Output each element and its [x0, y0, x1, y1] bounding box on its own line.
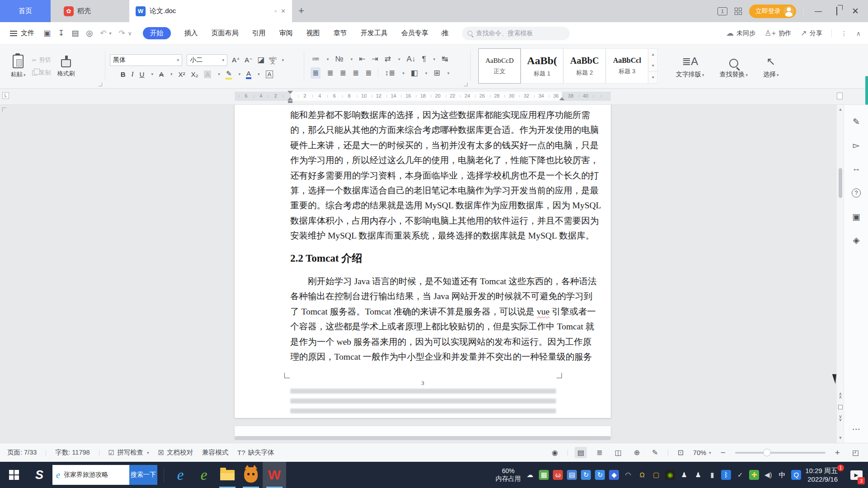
- tabs-overflow-icon[interactable]: ›: [441, 29, 443, 38]
- eye-protect-icon[interactable]: ◉: [549, 447, 561, 458]
- font-size-select[interactable]: 小二▾: [187, 54, 227, 66]
- sync-drive-icon[interactable]: ↻: [581, 470, 591, 480]
- ie-taskbar-icon[interactable]: e: [169, 462, 192, 488]
- 标题 3[interactable]: AaBbCcl 标题 3: [606, 48, 648, 84]
- format-painter-button[interactable]: 格式刷: [54, 54, 79, 80]
- line-spacing-icon[interactable]: ↕≣: [385, 68, 395, 78]
- clipboard-dialog-launcher[interactable]: [99, 83, 102, 86]
- show-marks-icon[interactable]: ¶: [422, 55, 426, 64]
- redo-icon[interactable]: ↷: [119, 28, 125, 38]
- command-search[interactable]: 查找命令、搜索模板: [462, 27, 570, 40]
- 标题 2[interactable]: AaBbC 标题 2: [563, 48, 606, 84]
- first-line-indent-marker[interactable]: [288, 91, 293, 94]
- text-layout-button[interactable]: ≣A 文字排版▾: [676, 54, 704, 79]
- close-button[interactable]: ✕: [848, 6, 863, 16]
- weather-icon[interactable]: ☁: [525, 470, 535, 480]
- ribbon-tab[interactable]: 引用: [252, 29, 266, 38]
- hanging-indent-marker[interactable]: [288, 97, 293, 100]
- spell-check-toggle[interactable]: ☑ 拼写检查▾: [108, 448, 149, 457]
- select-tool-icon[interactable]: ▻: [844, 140, 868, 150]
- 正文[interactable]: AaBbCcD 正文: [478, 48, 521, 84]
- export-icon[interactable]: ↧: [58, 28, 64, 38]
- nvidia-icon[interactable]: ◉: [665, 470, 675, 480]
- login-button[interactable]: 立即登录: [749, 5, 796, 18]
- ribbon-tab[interactable]: 章节: [334, 29, 347, 38]
- share-button[interactable]: ↗ 分享: [801, 28, 822, 38]
- ribbon-tab[interactable]: 页面布局: [212, 29, 239, 38]
- annotate-pen-icon[interactable]: ✎: [844, 117, 868, 127]
- scrollbar-thumb[interactable]: [839, 168, 842, 198]
- pet-assistant-icon[interactable]: ω: [553, 470, 563, 480]
- switch-window-icon[interactable]: 1: [717, 7, 727, 15]
- ribbon-tab[interactable]: 插入: [184, 29, 198, 38]
- tab-docer[interactable]: ✿ 稻壳: [51, 0, 104, 22]
- quickbar-more-icon[interactable]: ∨: [128, 30, 132, 37]
- web-view-icon[interactable]: ⊕: [631, 447, 642, 458]
- app-grid-icon[interactable]: [735, 8, 742, 15]
- vertical-scrollbar[interactable]: ▲ ∧∧ ∨∨ ▼: [836, 105, 844, 443]
- styles-up-icon[interactable]: ▲: [649, 49, 657, 60]
- tab-document[interactable]: W 论文.doc ▫ ✕: [129, 0, 292, 22]
- page-indicator[interactable]: 页面: 7/33: [7, 448, 37, 457]
- compat-mode-label[interactable]: 兼容模式: [202, 448, 228, 457]
- ime-icon[interactable]: 中: [777, 470, 787, 480]
- next-page-button[interactable]: ∨∨: [837, 415, 844, 421]
- ribbon-tab[interactable]: 审阅: [279, 29, 293, 38]
- undo-icon[interactable]: ↶: [100, 28, 106, 38]
- align-center-icon[interactable]: ≣: [327, 68, 333, 78]
- antivirus-icon[interactable]: ✚: [749, 470, 759, 480]
- paste-button[interactable]: 粘贴▾: [7, 53, 29, 80]
- taskbar-search-button[interactable]: 搜索一下: [129, 465, 157, 485]
- close-tab-icon[interactable]: ✕: [281, 8, 286, 14]
- fit-page-icon[interactable]: ⊡: [675, 447, 686, 458]
- zoom-out-icon[interactable]: −: [718, 446, 728, 459]
- sogou-icon[interactable]: S: [28, 462, 51, 488]
- material-icon[interactable]: ◈: [844, 235, 868, 245]
- scroll-down-icon[interactable]: ▼: [837, 436, 844, 440]
- collaborate-button[interactable]: ♙+ 协作: [764, 28, 791, 38]
- minimize-button[interactable]: —: [811, 7, 826, 15]
- zoom-in-icon[interactable]: +: [832, 446, 843, 459]
- borders-icon[interactable]: ⊞: [434, 68, 440, 78]
- char-scale-icon[interactable]: ⇄: [385, 54, 391, 64]
- page-view-icon[interactable]: ▤: [575, 447, 587, 458]
- save-icon[interactable]: ▣: [43, 28, 51, 38]
- find-replace-button[interactable]: 查找替换▾: [720, 54, 748, 79]
- increase-font-button[interactable]: A⁺: [232, 56, 240, 64]
- security-shield-icon[interactable]: ◆: [609, 470, 619, 480]
- zoom-slider-thumb[interactable]: [763, 449, 771, 456]
- right-indent-marker[interactable]: [559, 97, 565, 100]
- left-indent-marker[interactable]: [288, 101, 292, 103]
- align-right-icon[interactable]: ≣: [340, 68, 346, 78]
- cut-button[interactable]: ✂剪切: [32, 56, 51, 64]
- memory-indicator[interactable]: 60% 内存占用: [495, 467, 521, 483]
- qq-icon[interactable]: ♟: [679, 470, 689, 480]
- justify-icon[interactable]: ≣: [353, 68, 359, 78]
- bluetooth-icon[interactable]: ᛒ: [721, 470, 731, 480]
- read-view-icon[interactable]: ◫: [612, 447, 624, 458]
- decrease-indent-icon[interactable]: ⇤: [359, 54, 365, 64]
- copy-button[interactable]: 复制: [32, 69, 51, 77]
- document-page[interactable]: 能和差异都不影响数据库的选择，因为这些数据库都能实现应用程序功能所需的，那么只能…: [235, 105, 611, 418]
- distribute-icon[interactable]: ≣: [365, 68, 372, 78]
- fullscreen-icon[interactable]: ◰: [849, 447, 862, 458]
- ribbon-tab[interactable]: 开始: [143, 27, 171, 39]
- help-icon[interactable]: ?: [844, 187, 868, 197]
- battery-icon[interactable]: ▮: [707, 470, 717, 480]
- notification-center-icon[interactable]: ▶ 3: [847, 462, 865, 488]
- previous-page-button[interactable]: ∧∧: [837, 392, 844, 399]
- volume-icon[interactable]: ◀): [763, 470, 773, 480]
- outline-view-icon[interactable]: ≣: [594, 447, 605, 458]
- font-color-button[interactable]: A: [246, 70, 251, 79]
- wps-taskbar-icon[interactable]: W: [263, 462, 286, 488]
- word-count[interactable]: 字数: 11798: [55, 448, 90, 457]
- zoom-level[interactable]: 70%▾: [693, 449, 711, 456]
- zoom-slider[interactable]: [735, 452, 826, 454]
- horizontal-scrollbar[interactable]: [235, 436, 611, 440]
- restore-button[interactable]: [833, 7, 841, 15]
- strikethrough-button[interactable]: A: [159, 70, 164, 78]
- more-menu-icon[interactable]: ⋮: [841, 30, 847, 37]
- 标题 1[interactable]: AaBb( 标题 1: [521, 48, 563, 84]
- italic-button[interactable]: I: [132, 70, 134, 78]
- tab-stop-selector[interactable]: L: [2, 92, 9, 99]
